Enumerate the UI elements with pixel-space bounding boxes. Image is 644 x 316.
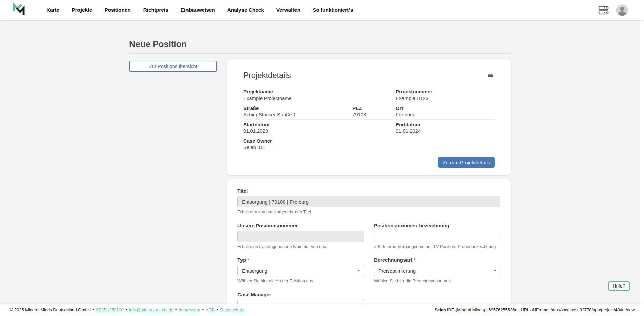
required-asterisk: * (247, 257, 249, 263)
field-value: 79108 (352, 112, 396, 117)
footer-agb-link[interactable]: AGB (206, 307, 215, 312)
typ-group: Typ* Entsorgung Wählen Sie hier die Art … (237, 257, 364, 283)
field-label: Projektnummer (396, 89, 495, 94)
project-details-card: Projektdetails Projektname Example Proje… (227, 59, 511, 175)
berechnungsart-label: Berechnungsart* (374, 257, 500, 263)
page-container: Neue Position Zur Positionsübersicht Pro… (129, 39, 511, 316)
berechnungsart-group: Berechnungsart* Preisoptimierung Wählen … (374, 257, 500, 283)
footer-phone-link[interactable]: 07151/250100 (96, 307, 123, 312)
footer-session-rest: (Mineral Minds) | 69576255536d | URL of … (455, 307, 635, 312)
positionsnummer-label: Positionsnummer/-bezeichnung (374, 223, 500, 228)
footer-separator: • (217, 307, 218, 312)
nav-item-analyse-check[interactable]: Analyse Check (227, 7, 264, 13)
unsere-positionsnummer-group: Unsere Positionsnummer Erhält eine syste… (237, 223, 364, 249)
table-row: Straße Achim-Stocker-Straße 1 PLZ 79108 … (243, 103, 495, 120)
positionsnummer-input[interactable] (374, 231, 500, 242)
nav-item-so-funktionierts[interactable]: So funktioniert's (313, 7, 353, 13)
footer-session-info: Selen IDE (Mineral Minds) | 69576255536d… (435, 307, 635, 312)
case-manager-label: Case Manager (237, 292, 364, 297)
left-column: Zur Positionsübersicht (129, 59, 217, 72)
required-asterisk: * (413, 257, 415, 263)
footer-datenschutz-link[interactable]: Datenschutz (220, 307, 244, 312)
server-icon[interactable] (598, 5, 609, 15)
unsere-positionsnummer-label: Unsere Positionsnummer (237, 223, 364, 228)
titel-hint: Erhält den von uns vorgegebenen Titel. (237, 209, 500, 214)
typ-select-value: Entsorgung (242, 268, 267, 274)
field-label: Enddatum (396, 122, 495, 127)
positionsnummer-group: Positionsnummer/-bezeichnung Z.B. Intern… (374, 223, 500, 249)
project-details-table: Projektname Example Projectname Projektn… (243, 87, 495, 152)
nav-item-richtpreis[interactable]: Richtpreis (143, 7, 168, 13)
page-title: Neue Position (129, 39, 511, 49)
back-to-positions-button[interactable]: Zur Positionsübersicht (129, 61, 217, 72)
footer-copyright: © 2025 Mineral Minds Deutschland GmbH (10, 307, 91, 312)
mineral-minds-logo-icon (12, 2, 25, 18)
typ-label-text: Typ (237, 257, 246, 263)
chevron-down-icon (357, 270, 360, 272)
positionsnummer-hint: Z.B. Interne-Vorgangsnummer, LV-Position… (374, 244, 500, 249)
field-value: Selen IDE (243, 144, 396, 150)
top-navbar: Karte Projekte Positionen Richtpreis Ein… (0, 0, 644, 20)
brand-logo[interactable] (12, 2, 25, 18)
footer-session-user: Selen IDE (435, 307, 454, 312)
nav-item-verwalten[interactable]: Verwalten (276, 7, 300, 13)
field-label: Startdatum (243, 122, 396, 127)
table-row: Projektname Example Projectname Projektn… (243, 87, 495, 103)
footer-separator: • (93, 307, 94, 312)
footer-separator: • (125, 307, 127, 312)
field-label: Case Owner (243, 138, 396, 144)
footer-separator: • (202, 307, 203, 312)
nav-item-einbauweisen[interactable]: Einbauweisen (181, 7, 215, 13)
user-avatar-icon[interactable] (616, 4, 628, 16)
field-value: Freiburg (396, 112, 495, 117)
typ-select[interactable]: Entsorgung (237, 265, 364, 276)
help-button[interactable]: Hilfe? (608, 281, 630, 291)
main-viewport: Neue Position Zur Positionsübersicht Pro… (0, 20, 640, 316)
position-form-card: Titel Erhält den von uns vorgegebenen Ti… (227, 179, 511, 316)
navbar-right (598, 4, 628, 16)
footer-email-link[interactable]: info@mineral-minds.de (129, 307, 173, 312)
table-row: Case Owner Selen IDE (243, 136, 495, 152)
field-value: Achim-Stocker-Straße 1 (243, 112, 352, 117)
typ-label: Typ* (237, 257, 364, 263)
chevron-down-icon (494, 270, 496, 272)
field-value: 01.01.2023 (243, 128, 396, 134)
minus-icon (488, 74, 493, 77)
main-nav: Karte Projekte Positionen Richtpreis Ein… (46, 7, 353, 13)
right-column: Projektdetails Projektname Example Proje… (227, 59, 511, 316)
project-details-title: Projektdetails (243, 71, 291, 80)
nav-item-projekte[interactable]: Projekte (72, 7, 92, 13)
nav-item-positionen[interactable]: Positionen (105, 7, 131, 13)
berechnungsart-select-value: Preisoptimierung (378, 268, 416, 274)
collapse-card-button[interactable] (487, 73, 495, 78)
field-value: ExampleID123 (396, 95, 495, 101)
field-value: 01.01.2024 (396, 128, 495, 134)
field-label: Ort (396, 105, 495, 111)
titel-input (237, 196, 500, 207)
footer-left: © 2025 Mineral Minds Deutschland GmbH • … (10, 307, 244, 312)
field-label: Straße (243, 105, 352, 111)
field-value: Example Projectname (243, 95, 396, 101)
berechnungsart-label-text: Berechnungsart (374, 257, 412, 263)
footer-separator: • (175, 307, 177, 312)
berechnungsart-hint: Wählen Sie hier die Berechnungsart aus. (374, 278, 500, 283)
titel-label: Titel (237, 188, 500, 194)
titel-group: Titel Erhält den von uns vorgegebenen Ti… (237, 188, 500, 214)
table-row: Startdatum 01.01.2023 Enddatum 01.01.202… (243, 120, 495, 136)
field-label: Projektname (243, 89, 396, 94)
field-label: PLZ (352, 105, 396, 111)
typ-hint: Wählen Sie hier die Art der Position aus… (237, 278, 364, 283)
berechnungsart-select[interactable]: Preisoptimierung (374, 265, 500, 276)
nav-item-karte[interactable]: Karte (46, 7, 59, 13)
footer-impressum-link[interactable]: Impressum (179, 307, 200, 312)
unsere-positionsnummer-input (237, 231, 364, 242)
go-to-project-details-button[interactable]: Zu den Projektdetails (438, 157, 495, 168)
unsere-positionsnummer-hint: Erhält eine systemgenerierte Nummer von … (237, 244, 364, 249)
title-divider (129, 53, 511, 54)
page-footer: © 2025 Mineral Minds Deutschland GmbH • … (0, 304, 644, 316)
